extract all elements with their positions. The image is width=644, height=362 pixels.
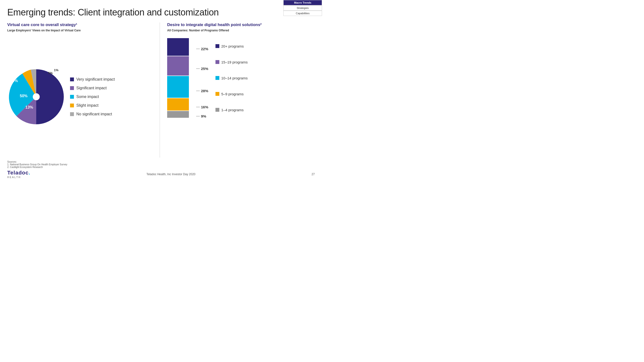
page-title: Emerging trends: Client integration and … bbox=[7, 7, 315, 18]
right-legend-label-15-19: 15–19 programs bbox=[221, 60, 248, 64]
content-area: Virtual care core to overall strategy¹ L… bbox=[7, 22, 315, 158]
pct-value-16: 16% bbox=[201, 105, 208, 109]
teladoc-logo: Teladoc. HEALTH bbox=[7, 170, 30, 179]
legend-label-very-significant: Very significant impact bbox=[76, 77, 115, 82]
bar-seg-10-14 bbox=[167, 75, 189, 98]
source-1: 1. National Business Group On Health Emp… bbox=[7, 163, 315, 166]
pie-chart: 50% 30% 13% 5% 1% bbox=[7, 68, 65, 126]
page: Macro Trends Strategies Capabilities Eme… bbox=[0, 0, 322, 181]
bar-section: 22% 25% 28% 16% bbox=[167, 38, 315, 158]
pct-row-25: 25% bbox=[196, 67, 208, 71]
bar-seg-20plus bbox=[167, 38, 189, 56]
left-panel-title: Virtual care core to overall strategy¹ bbox=[7, 22, 155, 27]
right-panel-subtitle: All Companies: Number of Programs Offere… bbox=[167, 29, 315, 32]
bar-seg-5-9 bbox=[167, 98, 189, 110]
pct-row-22: 22% bbox=[196, 47, 208, 51]
right-legend-item-5-9: 5–9 programs bbox=[216, 92, 248, 96]
legend-item-significant: Significant impact bbox=[70, 86, 115, 90]
pct-row-28: 28% bbox=[196, 89, 208, 93]
nav-strategies[interactable]: Strategies bbox=[283, 5, 322, 11]
right-panel: Desire to integrate digital health point… bbox=[160, 22, 315, 158]
legend-item-very-significant: Very significant impact bbox=[70, 77, 115, 82]
footer-bottom: Teladoc. HEALTH Teladoc Health, Inc Inve… bbox=[7, 170, 315, 179]
legend-color-some bbox=[70, 95, 74, 99]
pie-label-1: 1% bbox=[54, 68, 58, 72]
right-legend-color-10-14 bbox=[216, 76, 219, 80]
footer: Sources: 1. National Business Group On H… bbox=[7, 160, 315, 179]
bar-chart-container: 22% 25% 28% 16% bbox=[167, 38, 248, 118]
right-legend-item-10-14: 10–14 programs bbox=[216, 76, 248, 80]
pct-value-9: 9% bbox=[201, 114, 206, 118]
legend-color-very-significant bbox=[70, 77, 74, 81]
right-legend-label-20plus: 20+ programs bbox=[221, 44, 244, 48]
legend-item-no-significant: No significant impact bbox=[70, 112, 115, 116]
footer-page-number: 27 bbox=[312, 173, 315, 176]
right-legend-color-15-19 bbox=[216, 60, 219, 64]
right-legend-label-5-9: 5–9 programs bbox=[221, 92, 244, 96]
left-panel: Virtual care core to overall strategy¹ L… bbox=[7, 22, 160, 158]
pct-value-22: 22% bbox=[201, 47, 208, 51]
right-legend-color-20plus bbox=[216, 44, 219, 48]
teladoc-name: Teladoc. bbox=[7, 170, 30, 176]
left-panel-subtitle: Large Employers' Views on the Impact of … bbox=[7, 29, 155, 32]
legend-color-significant bbox=[70, 86, 74, 90]
stacked-bar bbox=[167, 38, 189, 118]
top-nav: Macro Trends Strategies Capabilities bbox=[283, 0, 322, 16]
right-legend-color-5-9 bbox=[216, 92, 219, 96]
footer-center-text: Teladoc Health, Inc Investor Day 2020 bbox=[146, 173, 196, 176]
legend-item-some: Some impact bbox=[70, 95, 115, 99]
right-legend-item-15-19: 15–19 programs bbox=[216, 60, 248, 64]
right-panel-title: Desire to integrate digital health point… bbox=[167, 22, 315, 27]
legend-label-slight: Slight impact bbox=[76, 103, 98, 108]
source-2: 2. Castlight Ecosystem Research bbox=[7, 166, 315, 168]
nav-capabilities[interactable]: Capabilities bbox=[283, 11, 322, 16]
right-legend-item-1-4: 1–4 programs bbox=[216, 108, 248, 112]
sources-title: Sources: bbox=[7, 160, 315, 163]
legend-color-no-significant bbox=[70, 112, 74, 116]
pct-row-9: 9% bbox=[196, 114, 206, 118]
pie-label-5: 5% bbox=[48, 71, 53, 75]
teladoc-health-label: HEALTH bbox=[7, 176, 30, 179]
right-legend-item-20plus: 20+ programs bbox=[216, 44, 248, 48]
pie-section: 50% 30% 13% 5% 1% Very significant impac… bbox=[7, 36, 155, 158]
nav-macro-trends[interactable]: Macro Trends bbox=[283, 0, 322, 5]
legend-label-no-significant: No significant impact bbox=[76, 112, 112, 116]
right-legend-label-10-14: 10–14 programs bbox=[221, 76, 248, 80]
pie-legend: Very significant impact Significant impa… bbox=[70, 77, 115, 116]
bar-seg-15-19 bbox=[167, 56, 189, 76]
pie-label-50: 50% bbox=[20, 94, 28, 98]
legend-label-significant: Significant impact bbox=[76, 86, 106, 90]
pie-label-30: 30% bbox=[10, 79, 18, 83]
pie-svg bbox=[7, 68, 65, 126]
pct-value-28: 28% bbox=[201, 89, 208, 93]
legend-color-slight bbox=[70, 103, 74, 107]
bar-seg-1-4 bbox=[167, 110, 189, 118]
svg-point-0 bbox=[33, 93, 40, 100]
pct-row-16: 16% bbox=[196, 105, 208, 109]
legend-item-slight: Slight impact bbox=[70, 103, 115, 108]
right-legend: 20+ programs 15–19 programs 10–14 progra… bbox=[216, 38, 248, 118]
legend-label-some: Some impact bbox=[76, 95, 99, 99]
pie-label-13: 13% bbox=[25, 105, 33, 110]
right-legend-color-1-4 bbox=[216, 108, 219, 112]
right-legend-label-1-4: 1–4 programs bbox=[221, 108, 244, 112]
sources: Sources: 1. National Business Group On H… bbox=[7, 160, 315, 168]
pct-value-25: 25% bbox=[201, 67, 208, 71]
